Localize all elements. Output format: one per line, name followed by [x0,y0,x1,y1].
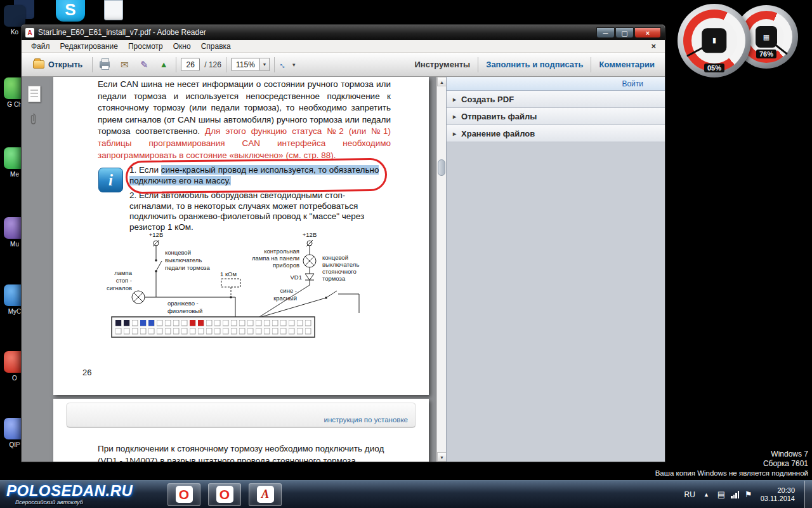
vertical-scrollbar[interactable]: ▲ ▼ [436,77,446,462]
cpu-gauge-gadget[interactable]: ▮ 05% [678,4,751,77]
document-tray-icon[interactable]: ▤ [717,490,725,499]
panel-section-store-files[interactable]: ▸Хранение файлов [447,125,665,142]
open-button[interactable]: Открыть [28,58,88,71]
resistor-label: 1 кОм [220,271,237,277]
menu-help[interactable]: Справка [197,41,235,51]
control-lamp-label: контрольная [264,248,299,255]
document-view[interactable]: Если CAN шина не несет информации о сост… [22,77,446,462]
fullscreen-mode-icon[interactable]: ↔ [277,58,290,71]
scroll-down-icon[interactable]: ▼ [437,452,446,462]
taskbar-adobe-reader-button[interactable]: A [249,483,282,506]
diode-vd1-symbol [305,274,314,280]
scroll-up-icon[interactable]: ▲ [437,77,446,86]
sign-button[interactable]: ✎ [136,57,152,72]
info-icon: i [98,168,123,192]
sign-in-link[interactable]: Войти [622,79,643,88]
maximize-button[interactable]: ▢ [615,27,634,38]
network-signal-icon[interactable] [731,491,739,498]
page-number: 26 [82,368,91,377]
language-indicator[interactable]: RU [684,490,695,499]
minimize-button[interactable]: ─ [596,27,615,38]
hidden-icons-chevron-icon[interactable]: ▲ [701,490,712,499]
scrollbar-thumb[interactable] [438,159,445,176]
document-app-icon[interactable] [104,0,123,20]
toolbar: Открыть ✉ ✎ ▲ 26 / 126 115% ▼ ↔ ▾ Инстру… [22,53,665,77]
skype-icon[interactable]: S [56,0,85,22]
clock-date: 03.11.2014 [761,495,795,503]
fill-sign-tab[interactable]: Заполнить и подписать [486,60,583,69]
pdf-file-icon: A [25,28,34,37]
page-header-label: инструкция по установке [324,416,408,424]
desktop: S Ko G Ch Me Mu MyC O QIP A StarLine_E60… [0,0,812,508]
next-page-paragraph: При подключении к стояночному тормозу не… [98,443,396,462]
show-desktop-button[interactable] [804,481,812,508]
connector-block-symbol [112,317,315,337]
logo-text: POLOSEDAN.RU [6,483,160,498]
comments-tab[interactable]: Комментарии [599,60,655,69]
clock-time: 20:30 [761,486,795,495]
page-total-label: / 126 [204,60,221,69]
page-number-input[interactable]: 26 [181,58,200,71]
watermark-line: Сборка 7601 [655,459,808,469]
pen-icon: ✎ [140,59,148,70]
toolbar-separator [92,57,93,72]
app-icon [4,5,25,27]
svg-text:приборов: приборов [273,262,299,269]
svg-text:выключатель: выключатель [165,257,202,264]
polosedan-logo[interactable]: POLOSEDAN.RU Всероссийский автоклуб [6,483,160,505]
tools-panel: Войти ▸Создать PDF ▸Отправить файлы ▸Хра… [446,77,665,462]
zoom-dropdown-caret[interactable]: ▼ [260,58,270,71]
page-header-box: инструкция по установке [66,403,416,428]
panel-section-send-files[interactable]: ▸Отправить файлы [447,108,665,125]
menu-window[interactable]: Окно [169,41,195,51]
note-item-1: 1. Если сине-красный провод не используе… [129,165,386,186]
menu-view[interactable]: Просмотр [124,41,167,51]
panel-section-create-pdf[interactable]: ▸Создать PDF [447,91,665,108]
note-item-2: 2. Если автомобиль оборудован светодиодн… [129,190,386,232]
close-button[interactable]: × [634,27,661,38]
title-bar[interactable]: A StarLine_E60_E61_install_v7.pdf - Adob… [22,25,665,40]
chevron-right-icon: ▸ [453,130,456,137]
sign-in-bar: Войти [447,77,665,91]
panel-section-label: Хранение файлов [461,129,535,138]
menu-edit[interactable]: Редактирование [56,41,122,51]
menu-file[interactable]: Файл [27,41,55,51]
watermark-line: Ваша копия Windows не является подлинной [655,469,808,478]
orange-violet-wire-label: оранжево - [167,300,199,307]
svg-text:стоп -: стоп - [116,277,132,284]
menu-bar: Файл Редактирование Просмотр Окно Справк… [22,40,665,53]
note1-prefix: 1. Если [129,165,161,175]
toolbar-separator [274,57,275,72]
brake-switch-label: концевой [165,249,191,256]
svg-text:тормоза: тормоза [322,275,346,282]
close-document-icon[interactable]: × [647,41,660,51]
printer-icon [100,61,110,68]
window-title: StarLine_E60_E61_install_v7.pdf - Adobe … [38,28,593,37]
share-button[interactable]: ▲ [156,57,171,72]
view-options-caret[interactable]: ▾ [292,62,296,68]
control-lamp-symbol [303,255,316,267]
taskbar-opera-button-2[interactable]: O [208,483,241,506]
taskbar-opera-button-1[interactable]: O [167,483,200,506]
email-button[interactable]: ✉ [117,57,132,72]
attachments-paperclip-icon[interactable] [28,112,38,129]
svg-text:выключатель: выключатель [322,261,359,268]
taskbar-clock[interactable]: 20:30 03.11.2014 [761,486,795,503]
action-center-flag-icon[interactable]: ⚑ [745,490,752,499]
pdf-page-27: инструкция по установке При подключении … [53,399,429,462]
adobe-reader-icon: A [257,486,274,503]
note-block: 1. Если сине-красный провод не используе… [129,165,386,232]
brake-pedal-switch-symbol [155,259,162,272]
toolbar-separator [478,57,478,72]
tools-tab[interactable]: Инструменты [414,60,470,69]
folder-icon [33,60,44,69]
stop-lamp-symbol [132,291,145,304]
page-thumbnails-icon[interactable] [28,86,41,102]
print-button[interactable] [97,57,112,72]
zoom-input[interactable]: 115% [231,58,260,71]
windows-watermark: Windows 7 Сборка 7601 Ваша копия Windows… [655,450,808,478]
vd1-label: VD1 [291,274,302,281]
parking-brake-switch-symbol [325,291,359,313]
stop-lamp-label: лампа [114,269,133,276]
svg-text:красный: красный [273,295,297,302]
